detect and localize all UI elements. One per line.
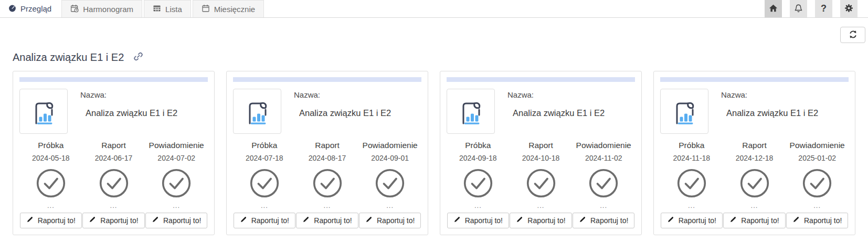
report-button[interactable]: Raportuj to! [359,213,421,228]
more-ellipsis[interactable]: ... [474,202,482,209]
progress-bar [19,77,208,82]
link-icon[interactable] [133,51,143,64]
milestone-powiadomienie: Powiadomienie 2025-01-02 ... Raportuj to… [786,141,849,228]
pencil-icon [365,216,373,225]
more-ellipsis[interactable]: ... [324,202,331,209]
tab-harmonogram[interactable]: Harmonogram [61,0,142,17]
milestone-raport: Raport 2024-06-17 ... Raportuj to! [82,141,145,228]
refresh-button[interactable] [840,27,865,43]
report-button-label: Raportuj to! [590,216,628,225]
cards-row: Nazwa: Analiza związku E1 i E2 Próbka 20… [0,71,868,235]
bell-icon [793,3,803,15]
pencil-icon [26,216,34,225]
report-button-label: Raportuj to! [804,216,842,225]
check-circle-icon [312,168,343,198]
report-button-label: Raportuj to! [38,216,76,225]
analysis-name: Analiza związku E1 i E2 [294,108,391,118]
report-button-label: Raportuj to! [100,216,138,225]
analysis-name: Analiza związku E1 i E2 [721,108,818,118]
check-circle-icon [676,168,707,198]
more-ellipsis[interactable]: ... [173,202,180,209]
calendar-icon [202,4,210,14]
report-button-label: Raportuj to! [377,216,415,225]
tab-label: Harmonogram [83,5,133,14]
report-button[interactable]: Raportuj to! [234,213,295,228]
milestone-date: 2024-11-18 [673,154,711,162]
tab-label: Miesięcznie [214,5,255,14]
milestone-date: 2024-05-18 [32,154,70,162]
file-chart-icon [233,89,281,134]
home-icon [768,3,778,15]
report-button[interactable]: Raportuj to! [510,213,571,228]
milestone-powiadomienie: Powiadomienie 2024-09-01 ... Raportuj to… [358,141,421,228]
title-row: Analiza związku E1 i E2 [0,43,868,71]
notifications-button[interactable] [790,0,807,17]
report-button[interactable]: Raportuj to! [20,213,82,228]
help-button[interactable]: ? [815,0,832,17]
more-ellipsis[interactable]: ... [688,202,695,209]
milestone-label: Próbka [679,141,704,150]
pencil-icon [667,216,674,225]
more-ellipsis[interactable]: ... [47,202,55,209]
more-ellipsis[interactable]: ... [537,202,545,209]
report-button[interactable]: Raportuj to! [82,213,144,228]
analysis-name: Analiza związku E1 i E2 [507,108,605,118]
pencil-icon [792,216,800,225]
analysis-card: Nazwa: Analiza związku E1 i E2 Próbka 20… [226,71,428,235]
report-button-label: Raportuj to! [251,216,289,225]
report-button-label: Raportuj to! [163,216,201,225]
report-button[interactable]: Raportuj to! [661,213,723,228]
tab-miesiecznie[interactable]: Miesięcznie [193,0,264,17]
more-ellipsis[interactable]: ... [110,202,118,209]
report-button[interactable]: Raportuj to! [573,213,634,228]
settings-button[interactable] [840,0,858,17]
report-button-label: Raportuj to! [679,216,716,225]
milestone-label: Próbka [465,141,491,150]
milestone-label: Raport [742,141,767,150]
more-ellipsis[interactable]: ... [751,202,758,209]
file-chart-icon [660,89,708,134]
gear-icon [844,3,854,15]
report-button[interactable]: Raportuj to! [296,213,358,228]
analysis-card: Nazwa: Analiza związku E1 i E2 Próbka 20… [13,71,215,235]
milestone-label: Powiadomienie [149,141,204,150]
check-circle-icon [463,168,493,198]
milestone-date: 2024-07-02 [157,154,195,162]
name-label: Nazwa: [721,90,818,99]
milestone-label: Raport [315,141,340,150]
milestone-date: 2025-01-02 [798,154,836,162]
report-button-label: Raportuj to! [465,216,503,225]
refresh-icon [849,30,858,40]
milestone-date: 2024-08-17 [309,154,346,162]
report-button[interactable]: Raportuj to! [145,213,207,228]
milestone-label: Powiadomienie [576,141,631,150]
more-ellipsis[interactable]: ... [600,202,607,209]
milestone-label: Powiadomienie [790,141,845,150]
report-button[interactable]: Raportuj to! [786,213,848,228]
pencil-icon [89,216,96,225]
report-button[interactable]: Raportuj to! [447,213,509,228]
milestone-powiadomienie: Powiadomienie 2024-07-02 ... Raportuj to… [145,141,208,228]
more-ellipsis[interactable]: ... [261,202,268,209]
milestone-probka: Próbka 2024-07-18 ... Raportuj to! [233,141,296,228]
pencil-icon [302,216,310,225]
tab-lista[interactable]: Lista [144,0,191,17]
dashboard-icon [8,4,16,14]
tab-label: Lista [165,5,182,14]
home-button[interactable] [765,0,782,17]
pencil-icon [729,216,737,225]
analysis-card: Nazwa: Analiza związku E1 i E2 Próbka 20… [653,71,855,235]
milestone-label: Raport [101,141,126,150]
check-circle-icon [36,168,66,198]
milestone-date: 2024-11-02 [585,154,622,162]
question-icon: ? [821,3,827,14]
tab-przeglad[interactable]: Przegląd [0,0,60,17]
more-ellipsis[interactable]: ... [386,202,394,209]
header-actions: ? [765,0,868,17]
more-ellipsis[interactable]: ... [813,202,821,209]
progress-bar [660,77,849,82]
progress-bar [233,77,421,82]
report-button[interactable]: Raportuj to! [723,213,785,228]
table-icon [153,4,161,14]
file-chart-icon [19,89,68,134]
